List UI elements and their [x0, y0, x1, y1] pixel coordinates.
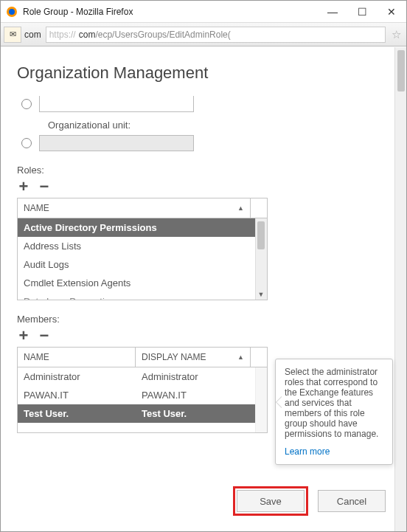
scrollbar-thumb[interactable]: [257, 221, 265, 249]
ou-label: Organizational unit:: [48, 120, 377, 131]
window-title: Role Group - Mozilla Firefox: [23, 7, 318, 17]
scope-radio-ou[interactable]: [21, 138, 32, 148]
learn-more-link[interactable]: Learn more: [285, 446, 383, 457]
members-header-display[interactable]: DISPLAY NAME ▲: [136, 348, 251, 367]
info-tooltip: Select the administrator roles that corr…: [275, 359, 393, 465]
members-scrollbar[interactable]: [255, 367, 267, 432]
tooltip-text: Select the administrator roles that corr…: [285, 367, 378, 439]
bookmark-star-icon[interactable]: ☆: [386, 28, 406, 41]
members-remove-button[interactable]: −: [38, 329, 51, 342]
firefox-icon: [5, 5, 18, 18]
table-row[interactable]: Address Lists: [18, 237, 255, 255]
roles-header-name[interactable]: NAME ▲: [18, 198, 251, 218]
members-add-button[interactable]: +: [17, 329, 30, 342]
table-row[interactable]: PAWAN.IT PAWAN.IT: [18, 386, 255, 404]
cancel-button[interactable]: Cancel: [318, 490, 386, 512]
members-list: Administrator Administrator PAWAN.IT PAW…: [18, 367, 255, 432]
members-table: NAME DISPLAY NAME ▲ Administrator Admini…: [17, 347, 268, 433]
url-input[interactable]: https:// com /ecp/UsersGroups/EditAdminR…: [46, 27, 386, 43]
sort-asc-icon: ▲: [237, 204, 244, 212]
scope-default-select[interactable]: [39, 96, 194, 112]
table-row[interactable]: Audit Logs: [18, 255, 255, 274]
svg-point-1: [9, 9, 15, 15]
table-row[interactable]: Cmdlet Extension Agents: [18, 274, 255, 292]
roles-list: Active Directory Permissions Address Lis…: [18, 218, 255, 300]
minimize-button[interactable]: —: [318, 1, 347, 22]
page-icon: ✉: [4, 27, 21, 43]
members-header-scroll-gutter: [251, 348, 267, 367]
browser-address-bar: ✉ com https:// com /ecp/UsersGroups/Edit…: [1, 23, 406, 46]
window-titlebar: Role Group - Mozilla Firefox — ☐ ✕: [1, 1, 406, 23]
page-scrollbar[interactable]: [394, 47, 406, 531]
scrollbar-thumb[interactable]: [397, 50, 405, 91]
roles-header-scroll-gutter: [251, 198, 267, 218]
roles-table: NAME ▲ Active Directory Permissions Addr…: [17, 198, 268, 300]
members-header-name[interactable]: NAME: [18, 348, 136, 367]
table-row[interactable]: Data Loss Prevention: [18, 292, 255, 300]
table-row[interactable]: Active Directory Permissions: [18, 218, 255, 237]
page-title: Organization Management: [17, 63, 377, 83]
scope-radio-default[interactable]: [21, 99, 32, 109]
host-fragment: com: [24, 30, 41, 40]
roles-label: Roles:: [17, 165, 377, 176]
roles-scrollbar[interactable]: ▼: [255, 218, 267, 300]
maximize-button[interactable]: ☐: [347, 1, 377, 22]
roles-remove-button[interactable]: −: [38, 180, 51, 193]
ou-input[interactable]: [39, 135, 194, 151]
roles-add-button[interactable]: +: [17, 180, 30, 193]
members-label: Members:: [17, 314, 377, 325]
scrollbar-down-arrow[interactable]: ▼: [257, 291, 265, 298]
save-button[interactable]: Save: [237, 490, 305, 512]
table-row[interactable]: Test User. Test User.: [18, 404, 255, 423]
table-row[interactable]: Administrator Administrator: [18, 367, 255, 386]
sort-asc-icon: ▲: [237, 353, 244, 361]
close-button[interactable]: ✕: [377, 1, 406, 22]
